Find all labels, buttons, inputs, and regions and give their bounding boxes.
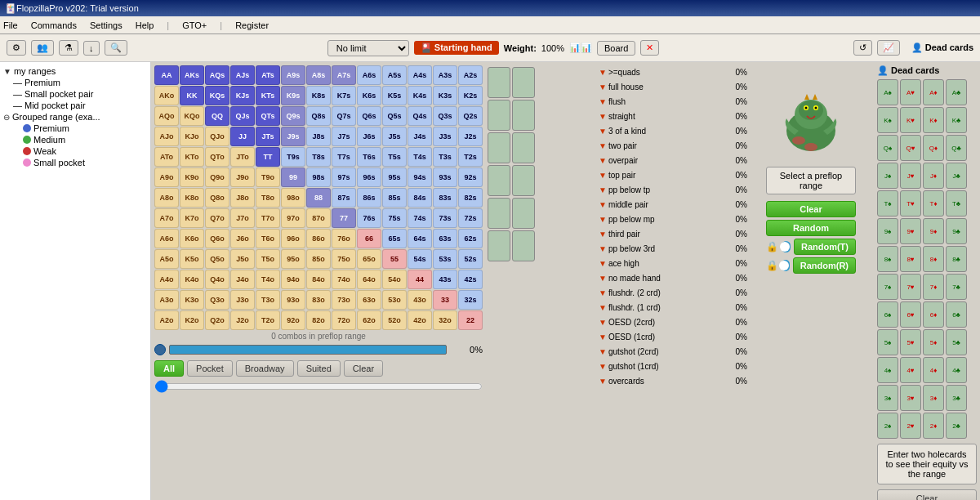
matrix-cell-T7s[interactable]: T7s [332,147,356,167]
dead-card-Q[interactable]: Q♣ [946,135,967,161]
matrix-cell-ATs[interactable]: ATs [256,65,280,85]
dead-card-K[interactable]: K♦ [923,107,944,133]
matrix-cell-K7s[interactable]: K7s [332,86,356,105]
matrix-cell-A7o[interactable]: A7o [154,208,179,228]
dead-card-J[interactable]: J♣ [946,163,967,189]
matrix-cell-54s[interactable]: 54s [408,249,432,269]
stat-funnel-13[interactable]: ▼ [599,259,607,268]
matrix-cell-J4s[interactable]: J4s [408,127,432,146]
matrix-cell-75o[interactable]: 75o [332,249,356,269]
menu-settings[interactable]: Settings [90,20,122,30]
matrix-cell-93s[interactable]: 93s [433,167,457,187]
sidebar-item-premium-grouped[interactable]: Premium [23,123,147,134]
matrix-cell-AJs[interactable]: AJs [230,65,255,85]
dead-card-A[interactable]: A♦ [923,79,944,105]
matrix-cell-KK[interactable]: KK [180,86,204,105]
matrix-cell-QJo[interactable]: QJo [205,127,229,146]
menu-help[interactable]: Help [136,20,154,30]
chart-btn[interactable]: 📈 [877,40,900,56]
board-card-2-0[interactable] [488,132,510,163]
matrix-cell-84o[interactable]: 84o [306,270,331,289]
matrix-cell-K6o[interactable]: K6o [180,229,204,248]
matrix-cell-KQs[interactable]: KQs [205,86,229,105]
matrix-cell-94o[interactable]: 94o [281,270,305,289]
dead-card-J[interactable]: J♦ [923,163,944,189]
matrix-cell-A4s[interactable]: A4s [408,65,432,85]
stat-funnel-6[interactable]: ▼ [599,156,607,165]
matrix-cell-97o[interactable]: 97o [281,208,305,228]
matrix-cell-87o[interactable]: 87o [306,208,331,228]
matrix-cell-K3o[interactable]: K3o [180,290,204,310]
matrix-cell-Q7s[interactable]: Q7s [332,106,356,126]
matrix-cell-A6o[interactable]: A6o [154,229,179,248]
export-btn[interactable]: ↓ [83,41,100,56]
dead-card-A[interactable]: A♥ [900,79,921,105]
matrix-cell-Q9s[interactable]: Q9s [281,106,305,126]
matrix-cell-62s[interactable]: 62s [458,229,483,248]
board-card-4-0[interactable] [488,198,510,229]
matrix-cell-Q4s[interactable]: Q4s [408,106,432,126]
matrix-cell-97s[interactable]: 97s [332,167,356,187]
sidebar-item-weak[interactable]: Weak [23,145,147,157]
progress-bar-slider[interactable] [154,344,166,355]
sidebar-item-premium[interactable]: — Premium [13,77,147,88]
matrix-cell-K4s[interactable]: K4s [408,86,432,105]
matrix-cell-22[interactable]: 22 [458,310,483,330]
dead-card-6[interactable]: 6♥ [900,301,921,328]
matrix-cell-T5s[interactable]: T5s [382,147,407,167]
dead-card-3[interactable]: 3♥ [900,385,921,411]
stat-funnel-4[interactable]: ▼ [599,127,607,136]
menu-commands[interactable]: Commands [31,20,77,30]
matrix-cell-T3s[interactable]: T3s [433,147,457,167]
matrix-cell-Q8o[interactable]: Q8o [205,188,229,208]
dead-card-3[interactable]: 3♣ [946,385,967,411]
matrix-cell-82s[interactable]: 82s [458,188,483,208]
dead-card-6[interactable]: 6♠ [877,301,898,328]
matrix-cell-43s[interactable]: 43s [433,270,457,289]
matrix-cell-A9s[interactable]: A9s [281,65,305,85]
matrix-cell-T2o[interactable]: T2o [256,310,280,330]
matrix-cell-TT[interactable]: TT [256,147,280,167]
matrix-cell-Q6s[interactable]: Q6s [357,106,381,126]
sidebar-my-ranges[interactable]: ▼ my ranges [3,65,147,77]
matrix-cell-J7s[interactable]: J7s [332,127,356,146]
dead-card-8[interactable]: 8♠ [877,246,898,272]
suited-button[interactable]: Suited [297,360,341,377]
matrix-cell-AJo[interactable]: AJo [154,127,179,146]
matrix-cell-T2s[interactable]: T2s [458,147,483,167]
dead-card-3[interactable]: 3♦ [923,385,944,411]
menu-gto[interactable]: GTO+ [182,20,207,30]
dead-card-5[interactable]: 5♦ [923,329,944,355]
no-limit-select[interactable]: No limit [327,40,409,56]
dead-card-T[interactable]: T♠ [877,190,898,217]
dead-card-4[interactable]: 4♠ [877,357,898,383]
matrix-cell-92o[interactable]: 92o [281,310,305,330]
matrix-cell-T8o[interactable]: T8o [256,188,280,208]
matrix-cell-T6o[interactable]: T6o [256,229,280,248]
board-card-3-0[interactable] [488,165,510,196]
matrix-cell-K9o[interactable]: K9o [180,167,204,187]
matrix-cell-KTs[interactable]: KTs [256,86,280,105]
matrix-cell-33[interactable]: 33 [433,290,457,310]
matrix-cell-A8o[interactable]: A8o [154,188,179,208]
matrix-cell-76s[interactable]: 76s [357,208,381,228]
matrix-cell-A3o[interactable]: A3o [154,290,179,310]
matrix-cell-J5s[interactable]: J5s [382,127,407,146]
stat-funnel-11[interactable]: ▼ [599,230,607,239]
dead-card-9[interactable]: 9♣ [946,218,967,244]
matrix-cell-T4s[interactable]: T4s [408,147,432,167]
dead-card-6[interactable]: 6♦ [923,301,944,328]
dead-card-3[interactable]: 3♠ [877,385,898,411]
stat-funnel-2[interactable]: ▼ [599,97,607,106]
matrix-cell-Q3o[interactable]: Q3o [205,290,229,310]
matrix-cell-83o[interactable]: 83o [306,290,331,310]
dead-card-4[interactable]: 4♦ [923,357,944,383]
matrix-cell-T3o[interactable]: T3o [256,290,280,310]
dead-card-7[interactable]: 7♥ [900,274,921,300]
dead-card-K[interactable]: K♣ [946,107,967,133]
dead-card-Q[interactable]: Q♦ [923,135,944,161]
menu-register[interactable]: Register [235,20,269,30]
matrix-cell-53s[interactable]: 53s [433,249,457,269]
matrix-cell-42o[interactable]: 42o [408,310,432,330]
matrix-cell-94s[interactable]: 94s [408,167,432,187]
